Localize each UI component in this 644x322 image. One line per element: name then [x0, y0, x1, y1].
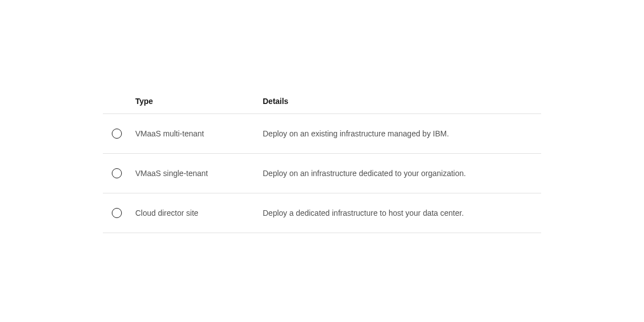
column-header-type: Type — [135, 97, 263, 106]
radio-button-icon[interactable] — [112, 168, 122, 178]
radio-cell — [112, 168, 135, 178]
radio-cell — [112, 208, 135, 218]
table-row[interactable]: VMaaS multi-tenant Deploy on an existing… — [103, 114, 541, 154]
details-cell: Deploy on an existing infrastructure man… — [263, 129, 532, 138]
type-cell: VMaaS single-tenant — [135, 169, 263, 178]
type-cell: Cloud director site — [135, 209, 263, 217]
deployment-type-table: Type Details VMaaS multi-tenant Deploy o… — [103, 89, 541, 233]
details-cell: Deploy on an infrastructure dedicated to… — [263, 169, 532, 178]
table-row[interactable]: VMaaS single-tenant Deploy on an infrast… — [103, 154, 541, 193]
radio-cell — [112, 129, 135, 139]
table-row[interactable]: Cloud director site Deploy a dedicated i… — [103, 193, 541, 233]
radio-button-icon[interactable] — [112, 208, 122, 218]
details-cell: Deploy a dedicated infrastructure to hos… — [263, 209, 532, 217]
table-header-row: Type Details — [103, 89, 541, 114]
type-cell: VMaaS multi-tenant — [135, 129, 263, 138]
radio-button-icon[interactable] — [112, 129, 122, 139]
column-header-details: Details — [263, 97, 532, 106]
